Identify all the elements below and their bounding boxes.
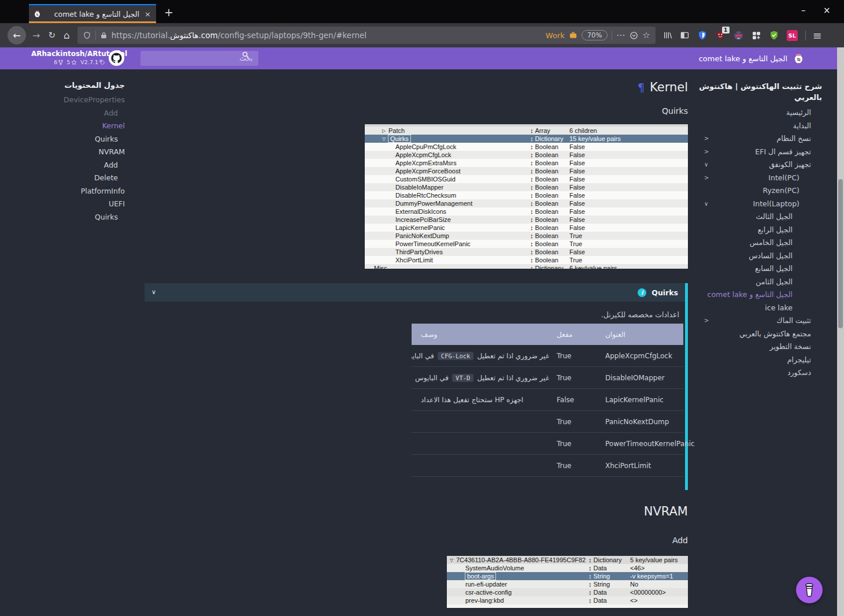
nav-item-install-mac[interactable]: تثبيت الماك< xyxy=(683,316,822,329)
table-row: True PowerTimeoutKernelPanic xyxy=(412,433,683,455)
bitwarden-shield-icon[interactable] xyxy=(697,30,708,40)
nav-item-discord[interactable]: دسكورد xyxy=(683,368,822,381)
grid-extension-icon[interactable] xyxy=(752,31,761,40)
github-logo-icon[interactable] xyxy=(109,50,124,66)
url-bar[interactable]: https://tutorial.هاكنتوش.com/config-setu… xyxy=(77,27,656,44)
nav-item-telegram[interactable]: تيليجرام xyxy=(683,355,822,369)
new-tab-button[interactable]: + xyxy=(164,6,173,18)
chevron-left-icon[interactable]: < xyxy=(704,149,709,155)
chevron-left-icon[interactable]: < xyxy=(704,135,709,142)
nav-item-gen6[interactable]: الجيل السادس xyxy=(683,251,822,265)
nav-item-efi-partition[interactable]: تجهيز قسم ال EFI< xyxy=(683,147,822,161)
toc-item-quirks2[interactable]: Quirks xyxy=(35,213,125,226)
lock-icon[interactable] xyxy=(100,32,108,39)
plist-row: ▽7C436110-AB2A-4BBB-A880-FE41995C9F82↕Di… xyxy=(447,556,688,564)
zoom-level-badge[interactable]: 70% xyxy=(582,30,608,40)
firefox-window: { "colors": { "accent_purple": "#7a59c8"… xyxy=(0,0,844,616)
plist-row: LapicKernelPanic↕BooleanFalse xyxy=(365,224,688,232)
tab-close-icon[interactable]: × xyxy=(143,10,153,18)
nav-item-gen4[interactable]: الجيل الرابع xyxy=(683,225,822,239)
toc-item-add2[interactable]: Add xyxy=(35,161,125,174)
chevron-down-icon[interactable]: ∨ xyxy=(704,161,708,168)
library-icon[interactable] xyxy=(663,31,672,40)
nav-item-community[interactable]: مجتمع هاكنتوش بالعربي xyxy=(683,329,822,343)
titlebar: الجيل التاسع و comet lake × + – × xyxy=(0,0,844,23)
nav-item-dev-version[interactable]: نسخة التطوير xyxy=(683,342,822,355)
home-button[interactable]: ⌂ xyxy=(64,29,70,41)
site-title-bar[interactable]: الجيل التاسع و comet lake xyxy=(665,47,834,69)
nav-item-gen3[interactable]: الجيل الثالث xyxy=(683,212,822,225)
pocket-icon[interactable] xyxy=(630,31,638,40)
quirks-card-header[interactable]: Quirks i ∨ xyxy=(145,283,685,302)
plist-row: SystemAudioVolume↕Data<46> xyxy=(447,564,688,572)
nav-item-intel-pc[interactable]: Intel(PC)< xyxy=(683,173,822,187)
tab-title: الجيل التاسع و comet lake xyxy=(45,10,139,18)
hackintosh-favicon-icon xyxy=(33,10,42,18)
chevron-down-icon[interactable]: ∨ xyxy=(151,288,156,296)
nav-item-gen7[interactable]: الجيل السابع xyxy=(683,264,822,277)
toc-item-quirks[interactable]: Quirks xyxy=(35,135,125,148)
window-minimize-button[interactable]: – xyxy=(801,5,806,16)
search-box[interactable] xyxy=(140,51,258,66)
sidebar-toggle-icon[interactable] xyxy=(680,31,690,40)
nav-item-gen9-comet-lake[interactable]: الجيل التاسع و comet lake xyxy=(683,290,822,303)
url-text[interactable]: https://tutorial.هاكنتوش.com/config-setu… xyxy=(112,31,542,40)
window-close-button[interactable]: × xyxy=(823,5,831,16)
info-icon[interactable]: i xyxy=(638,288,646,297)
ublock-shield-icon[interactable]: 1 xyxy=(715,30,725,40)
plist-row-cropped: Misc↕Dictionary6 key/value pairs xyxy=(365,264,688,269)
header-link-icon[interactable]: ¶ xyxy=(638,81,645,94)
toc-item-deviceproperties[interactable]: DeviceProperties xyxy=(35,95,125,109)
column-header-title: العنوان xyxy=(605,331,683,339)
page-actions-icon[interactable]: ⋯ xyxy=(616,30,625,40)
plist-row: ExternalDiskIcons↕BooleanFalse xyxy=(365,207,688,216)
search-input[interactable] xyxy=(140,51,258,66)
chevron-down-icon[interactable]: ∨ xyxy=(704,201,708,207)
forward-button[interactable]: → xyxy=(32,30,40,41)
plist-row: CustomSMBIOSGuid↕BooleanFalse xyxy=(365,175,688,183)
toc-item-uefi[interactable]: UEFI xyxy=(35,199,125,213)
toc-item-add[interactable]: Add xyxy=(35,109,125,122)
toc-item-nvram[interactable]: NVRAM xyxy=(35,147,125,161)
nav-item-ice-lake[interactable]: ice lake xyxy=(683,303,822,317)
chevron-left-icon[interactable]: < xyxy=(704,175,709,181)
toc-item-kernel[interactable]: Kernel xyxy=(35,121,125,135)
privacy-badger-icon[interactable] xyxy=(733,30,744,41)
donate-button[interactable] xyxy=(796,577,823,603)
github-repo-link[interactable]: ARhackintosh/ARtutorial 6 5 V2.7.1 xyxy=(31,50,105,65)
column-header-desc: وصف xyxy=(412,331,549,339)
toc-item-delete[interactable]: Delete xyxy=(35,173,125,187)
scrollbar-thumb[interactable] xyxy=(838,179,843,328)
quirks-subheading: Quirks xyxy=(514,106,688,116)
simplelogin-icon[interactable]: SL xyxy=(787,30,798,41)
nav-item-start[interactable]: البداية xyxy=(683,121,822,135)
nav-item-intel-laptop[interactable]: Intel(Laptop)∨ xyxy=(683,199,822,213)
plist-row-selected: ▽Quirks↕Dictionary15 key/value pairs xyxy=(365,135,688,143)
browser-tab[interactable]: الجيل التاسع و comet lake × xyxy=(29,4,156,23)
back-button[interactable]: ← xyxy=(8,26,26,44)
quirks-card: Quirks i ∨ اعدادات مخصصه للكيرنل. وصف مف… xyxy=(145,283,688,490)
repo-stats: 6 5 V2.7.1 xyxy=(31,59,105,65)
table-row: True PanicNoKextDump xyxy=(412,411,683,433)
nav-item-config-setup[interactable]: تجهيز الكونفق∨ xyxy=(683,160,822,173)
nav-item-copy-system[interactable]: نسخ النظام< xyxy=(683,134,822,147)
table-header-row: وصف مفعل العنوان xyxy=(412,324,683,345)
adguard-shield-icon[interactable] xyxy=(769,30,779,40)
tracking-protection-shield-icon[interactable] xyxy=(83,31,91,40)
reload-button[interactable]: ↻ xyxy=(48,30,55,40)
nav-item-gen5[interactable]: الجيل الخامس xyxy=(683,238,822,251)
plist-screenshot-kernel: ▷Patch↕Array6 children ▽Quirks↕Dictionar… xyxy=(365,124,688,269)
plist-row: AppleXcpmExtraMsrs↕BooleanFalse xyxy=(365,159,688,167)
chevron-left-icon[interactable]: < xyxy=(704,317,709,324)
urlbar-divider xyxy=(612,31,612,40)
bookmark-star-icon[interactable]: ☆ xyxy=(642,30,650,40)
nav-item-ryzen-pc[interactable]: Ryzen(PC) xyxy=(683,186,822,199)
page-title: الجيل التاسع و comet lake xyxy=(699,54,787,63)
scrollbar-track[interactable] xyxy=(837,47,844,616)
menu-icon[interactable]: ≡ xyxy=(813,29,822,42)
toc-item-platforminfo[interactable]: PlatformInfo xyxy=(35,187,125,200)
nav-item-gen8[interactable]: الجيل الثامن xyxy=(683,277,822,291)
table-of-contents: جدول المحتويات DeviceProperties Add Kern… xyxy=(35,81,125,225)
nav-item-home[interactable]: الرئيسية xyxy=(683,108,822,121)
plist-row: PanicNoKextDump↕BooleanTrue xyxy=(365,232,688,240)
